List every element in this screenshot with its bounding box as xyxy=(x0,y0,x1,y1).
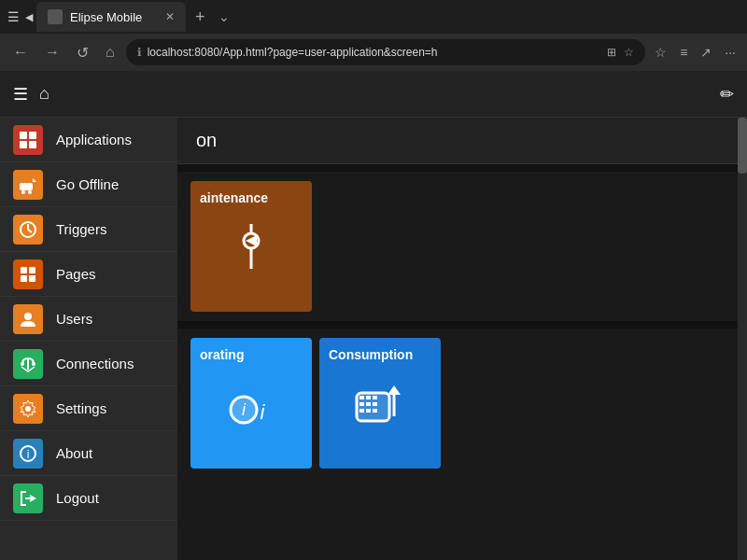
address-bar[interactable]: ℹ localhost:8080/App.html?page=user-appl… xyxy=(126,39,645,65)
svg-rect-37 xyxy=(366,409,371,413)
url-text[interactable]: localhost:8080/App.html?page=user-applic… xyxy=(148,46,601,59)
active-tab[interactable]: Elipse Mobile ✕ xyxy=(36,2,186,32)
sidebar-item-connections[interactable]: Connections xyxy=(0,342,177,386)
separator-1 xyxy=(177,164,747,172)
tab-list-button[interactable]: ⌄ xyxy=(215,9,233,24)
svg-rect-13 xyxy=(29,275,35,282)
svg-rect-1 xyxy=(29,132,36,139)
nav-actions: ☆ ≡ ↗ ··· xyxy=(651,45,740,60)
incorporating-card-title: orating xyxy=(200,347,303,362)
svg-text:i: i xyxy=(261,400,266,424)
hamburger-icon[interactable]: ☰ xyxy=(13,84,28,105)
back-button[interactable]: ← xyxy=(7,40,34,64)
browser-window: ☰ ◀ Elipse Mobile ✕ + ⌄ ← → ↺ ⌂ ℹ localh… xyxy=(0,0,747,560)
sidebar-item-go-offline[interactable]: Go Offline xyxy=(0,162,177,207)
sidebar-label-settings: Settings xyxy=(56,400,106,416)
svg-rect-0 xyxy=(20,132,27,139)
svg-rect-11 xyxy=(29,267,35,273)
svg-point-5 xyxy=(21,190,25,194)
settings-icon xyxy=(13,394,43,424)
sidebar-item-applications[interactable]: Applications xyxy=(0,118,177,162)
tab-bar-left: ☰ ◀ xyxy=(7,9,33,24)
svg-rect-12 xyxy=(21,275,27,282)
sidebar-label-applications: Applications xyxy=(56,132,132,147)
sidebar-item-settings[interactable]: Settings xyxy=(0,386,177,431)
users-icon xyxy=(13,304,43,334)
address-icons: ⊞ ☆ xyxy=(607,46,634,59)
svg-rect-35 xyxy=(373,402,377,406)
refresh-button[interactable]: ↺ xyxy=(71,40,94,65)
svg-rect-4 xyxy=(20,183,33,190)
svg-rect-30 xyxy=(359,396,364,399)
svg-rect-3 xyxy=(29,141,36,148)
maintenance-card[interactable]: aintenance xyxy=(190,181,312,312)
scrollbar-thumb[interactable] xyxy=(738,118,747,174)
maintenance-card-icon-area xyxy=(200,213,303,287)
bookmark-icon[interactable]: ☆ xyxy=(624,46,634,59)
tab-title: Elipse Mobile xyxy=(70,10,142,24)
sidebar-label-go-offline: Go Offline xyxy=(56,176,119,192)
separator-2 xyxy=(177,321,747,329)
section-title: on xyxy=(196,130,217,151)
sidebar: Applications Go Offline xyxy=(0,118,177,560)
home-nav-button[interactable]: ⌂ xyxy=(100,40,120,64)
triggers-icon xyxy=(13,215,43,245)
maintenance-card-title: aintenance xyxy=(200,190,303,205)
sidebar-label-pages: Pages xyxy=(56,266,96,282)
sidebar-item-users[interactable]: Users xyxy=(0,297,177,342)
svg-rect-10 xyxy=(21,267,27,273)
sidebar-item-pages[interactable]: Pages xyxy=(0,252,177,297)
incorporating-card-icon: i i xyxy=(223,384,279,430)
svg-marker-25 xyxy=(246,235,257,246)
reader-icon[interactable]: ⊞ xyxy=(607,46,616,59)
svg-point-14 xyxy=(24,313,32,320)
app-body: Applications Go Offline xyxy=(0,118,747,560)
scrollbar-track[interactable] xyxy=(738,118,747,560)
svg-rect-34 xyxy=(366,402,371,406)
hub-icon[interactable]: ≡ xyxy=(676,45,691,60)
incorporating-card-icon-area: i i xyxy=(200,370,303,444)
sidebar-item-about[interactable]: i About xyxy=(0,431,177,476)
browser-back-icon: ◀ xyxy=(25,11,33,23)
tab-close-button[interactable]: ✕ xyxy=(165,10,175,23)
maintenance-card-icon xyxy=(233,222,270,278)
svg-text:i: i xyxy=(27,448,30,461)
home-icon[interactable]: ⌂ xyxy=(39,84,49,104)
svg-point-17 xyxy=(32,362,35,366)
svg-rect-38 xyxy=(373,409,377,413)
go-offline-icon xyxy=(13,170,43,200)
applications-icon xyxy=(13,125,43,155)
browser-menu-icon[interactable]: ☰ xyxy=(7,9,20,24)
card-row-2: orating i i Consumption xyxy=(177,329,747,478)
forward-button[interactable]: → xyxy=(39,40,65,64)
favorites-icon[interactable]: ☆ xyxy=(651,45,670,60)
svg-rect-32 xyxy=(373,396,377,399)
incorporating-card[interactable]: orating i i xyxy=(190,338,312,469)
logout-icon xyxy=(13,483,43,513)
svg-rect-2 xyxy=(20,141,27,148)
svg-point-6 xyxy=(28,190,32,194)
about-icon: i xyxy=(13,439,43,469)
share-icon[interactable]: ↗ xyxy=(697,45,715,60)
sidebar-item-logout[interactable]: Logout xyxy=(0,476,177,521)
pages-icon xyxy=(13,259,43,289)
sidebar-label-connections: Connections xyxy=(56,356,134,371)
tab-bar: ☰ ◀ Elipse Mobile ✕ + ⌄ xyxy=(0,0,747,34)
card-row-1: aintenance xyxy=(177,172,747,321)
more-icon[interactable]: ··· xyxy=(721,45,740,60)
sidebar-label-triggers: Triggers xyxy=(56,221,106,237)
edit-icon[interactable]: ✏ xyxy=(720,84,734,105)
sidebar-label-users: Users xyxy=(56,311,92,327)
connections-icon xyxy=(13,349,43,379)
sidebar-label-about: About xyxy=(56,445,92,461)
svg-line-9 xyxy=(28,230,32,232)
new-tab-button[interactable]: + xyxy=(190,7,211,27)
consumption-card-icon-area xyxy=(329,370,431,444)
svg-point-16 xyxy=(21,362,24,366)
consumption-card[interactable]: Consumption xyxy=(319,338,441,469)
sidebar-item-triggers[interactable]: Triggers xyxy=(0,207,177,252)
nav-bar: ← → ↺ ⌂ ℹ localhost:8080/App.html?page=u… xyxy=(0,34,747,71)
svg-marker-40 xyxy=(388,385,401,395)
section-header: on xyxy=(177,118,747,164)
consumption-card-title: Consumption xyxy=(329,347,431,362)
